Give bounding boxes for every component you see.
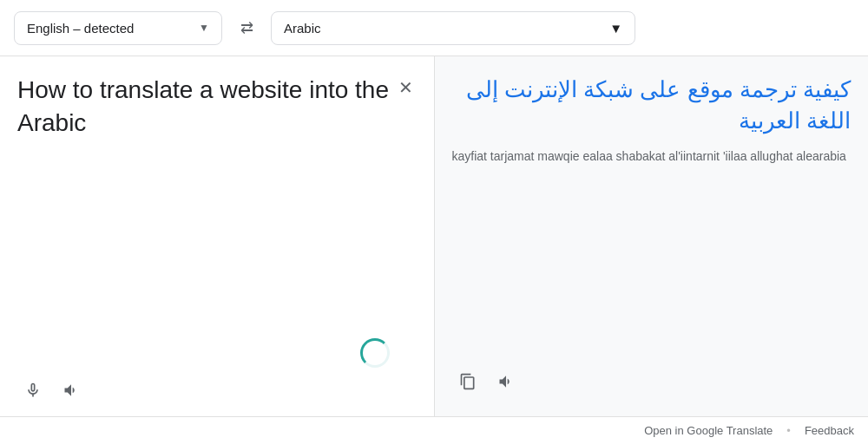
source-language-chevron-icon: ▼	[199, 22, 209, 34]
source-language-label: English – detected	[27, 21, 134, 36]
open-in-google-translate-link[interactable]: Open in Google Translate	[644, 424, 773, 437]
volume-target-icon	[497, 373, 515, 395]
source-volume-button[interactable]	[56, 376, 87, 408]
loading-spinner	[359, 337, 391, 369]
target-language-label: Arabic	[284, 21, 321, 36]
swap-icon: ⇄	[240, 18, 253, 37]
source-text[interactable]: How to translate a website into the Arab…	[17, 74, 417, 368]
swap-languages-button[interactable]: ⇄	[229, 10, 264, 45]
target-panel: كيفية ترجمة موقع على شبكة الإنترنت إلى ا…	[435, 56, 869, 416]
language-bar: English – detected ▼ ⇄ Arabic ▼	[0, 0, 868, 56]
target-actions	[452, 359, 852, 399]
footer: Open in Google Translate • Feedback	[0, 416, 868, 444]
translated-text-romanized: kayfiat tarjamat mawqie ealaa shabakat a…	[452, 147, 852, 359]
clear-button[interactable]: ✕	[392, 74, 420, 101]
source-mic-button[interactable]	[17, 376, 49, 408]
volume-source-icon	[62, 382, 80, 403]
footer-separator: •	[786, 424, 791, 437]
clear-icon: ✕	[398, 77, 413, 98]
main-content: How to translate a website into the Arab…	[0, 56, 868, 416]
mic-icon	[24, 382, 42, 403]
feedback-link[interactable]: Feedback	[805, 424, 854, 437]
source-language-selector[interactable]: English – detected ▼	[14, 11, 222, 45]
translated-text-arabic: كيفية ترجمة موقع على شبكة الإنترنت إلى ا…	[452, 74, 852, 137]
source-panel: How to translate a website into the Arab…	[0, 56, 435, 416]
target-language-selector[interactable]: Arabic ▼	[271, 11, 635, 45]
source-actions	[17, 368, 417, 408]
target-volume-button[interactable]	[490, 368, 522, 399]
spinner-circle	[360, 338, 390, 368]
copy-icon	[459, 373, 477, 395]
copy-translation-button[interactable]	[452, 368, 483, 399]
target-language-chevron-icon: ▼	[609, 21, 622, 36]
